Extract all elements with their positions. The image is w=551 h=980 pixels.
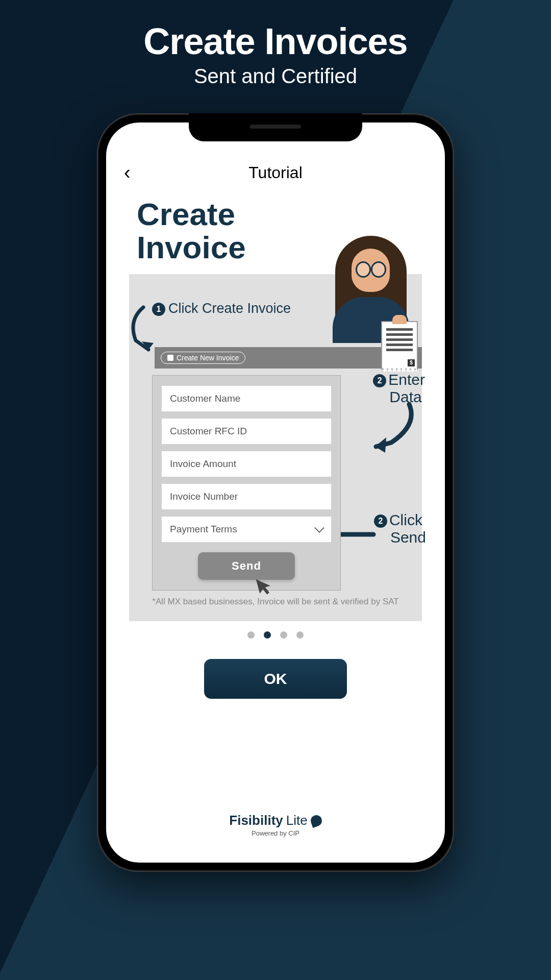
customer-rfc-field[interactable]: Customer RFC ID: [162, 419, 331, 444]
customer-name-field[interactable]: Customer Name: [162, 386, 331, 411]
create-invoice-icon: [167, 355, 173, 361]
brand-name-part2: Lite: [286, 813, 308, 828]
page-title-line2: Invoice: [137, 230, 246, 265]
page-dot-4[interactable]: [296, 631, 304, 639]
marketing-subtitle: Sent and Certified: [0, 65, 551, 88]
step-2-label: 2 Enter Data: [373, 371, 425, 406]
receipt-icon: $: [381, 321, 418, 370]
pagination-dots: [124, 631, 427, 639]
payment-terms-select[interactable]: Payment Terms: [162, 517, 331, 542]
step-3-text-line2: Send: [390, 529, 426, 546]
arrow-2-icon: [366, 402, 419, 453]
page-dot-1[interactable]: [247, 631, 255, 639]
invoice-number-field[interactable]: Invoice Number: [162, 484, 331, 509]
sat-footnote: *All MX based businesses, Invoice will b…: [129, 597, 422, 616]
step-3-label: 2 Click Send: [374, 511, 426, 546]
back-icon[interactable]: ‹: [124, 162, 131, 184]
create-new-invoice-button[interactable]: Create New Invoice: [161, 352, 245, 364]
ok-button[interactable]: OK: [204, 659, 347, 699]
screen-content: ‹ Tutorial Create Invoice: [106, 122, 445, 863]
tutorial-panel: $ 1 Click Create Invoice Create New Invo…: [129, 274, 422, 621]
invoice-form: Customer Name Customer RFC ID Invoice Am…: [152, 375, 341, 591]
step-2-number: 2: [373, 374, 386, 387]
step-1-text: Click Create Invoice: [168, 301, 291, 316]
step-1-label: 1 Click Create Invoice: [152, 301, 291, 316]
phone-screen: ‹ Tutorial Create Invoice: [106, 122, 445, 863]
brand-name-part1: Fisibility: [229, 813, 283, 828]
brand-paw-icon: [309, 813, 323, 827]
brand-logo: FisibilityLite: [229, 813, 321, 828]
nav-title: Tutorial: [248, 163, 303, 182]
marketing-title: Create Invoices: [0, 20, 551, 62]
phone-notch: [189, 113, 362, 141]
step-3-text-line1: Click: [389, 511, 422, 529]
page-title-line1: Create: [137, 197, 235, 232]
brand-footer: FisibilityLite Powered by CIP: [124, 813, 427, 847]
phone-frame: ‹ Tutorial Create Invoice: [97, 113, 454, 872]
marketing-header: Create Invoices Sent and Certified: [0, 0, 551, 88]
step-2-text-line1: Enter: [388, 371, 425, 388]
brand-powered-by: Powered by CIP: [124, 829, 427, 837]
nav-bar: ‹ Tutorial: [124, 163, 427, 182]
invoice-amount-field[interactable]: Invoice Amount: [162, 451, 331, 477]
create-new-label: Create New Invoice: [177, 354, 239, 362]
send-button[interactable]: Send: [198, 552, 295, 580]
page-dot-3[interactable]: [280, 631, 287, 639]
arrow-1-icon: [128, 305, 159, 353]
page-dot-2[interactable]: [264, 631, 271, 639]
